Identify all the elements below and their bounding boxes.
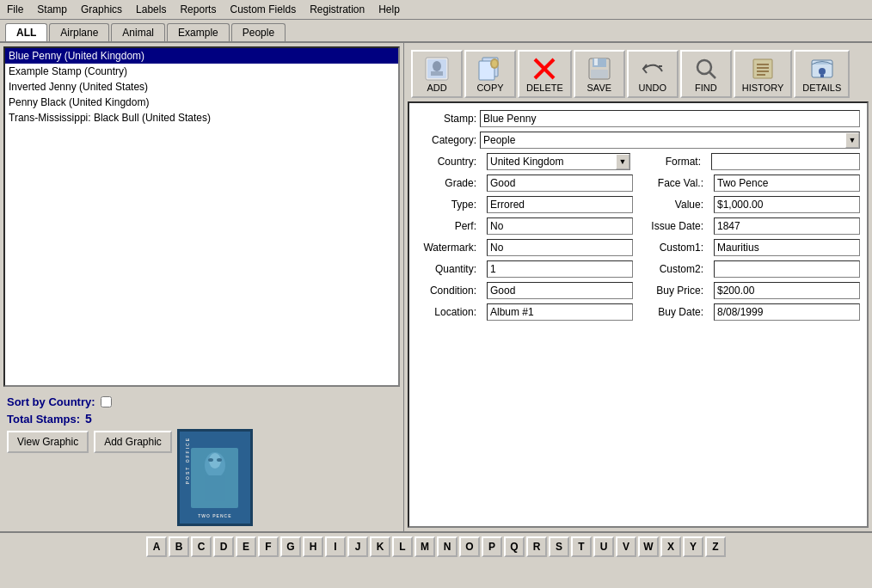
stamp-field-label: Stamp: (416, 113, 476, 125)
alpha-btn-s[interactable]: S (549, 536, 569, 557)
delete-button[interactable]: DELETE (518, 50, 572, 98)
tab-people[interactable]: People (231, 23, 286, 41)
perf-input[interactable] (487, 217, 633, 235)
grade-faceval-row: Grade: Face Val.: (416, 175, 860, 192)
menu-file[interactable]: File (3, 2, 27, 17)
alpha-btn-r[interactable]: R (526, 536, 547, 557)
alpha-btn-l[interactable]: L (392, 536, 413, 557)
menu-reports[interactable]: Reports (176, 2, 219, 17)
custom2-input[interactable] (714, 260, 860, 278)
watermark-input[interactable] (487, 239, 633, 256)
perf-label: Perf: (416, 220, 476, 232)
view-graphic-button[interactable]: View Graphic (7, 431, 89, 453)
custom1-input[interactable] (714, 239, 860, 256)
alpha-btn-k[interactable]: K (370, 536, 390, 557)
alpha-btn-a[interactable]: A (146, 536, 167, 557)
alpha-btn-w[interactable]: W (638, 536, 659, 557)
alpha-btn-t[interactable]: T (571, 536, 592, 557)
grade-input[interactable] (487, 175, 633, 192)
quantity-input[interactable] (487, 260, 633, 278)
menu-stamp[interactable]: Stamp (34, 2, 71, 17)
tab-airplane[interactable]: Airplane (49, 23, 109, 41)
alpha-btn-y[interactable]: Y (683, 536, 703, 557)
alpha-btn-j[interactable]: J (347, 536, 368, 557)
alpha-btn-b[interactable]: B (169, 536, 189, 557)
svg-rect-18 (591, 70, 608, 78)
tab-all[interactable]: ALL (5, 23, 47, 41)
alphabet-bar: ABCDEFGHIJKLMNOPQRSTUVWXYZ (0, 531, 872, 560)
details-button[interactable]: DETAILS (794, 50, 850, 98)
menu-graphics[interactable]: Graphics (77, 2, 126, 17)
list-item[interactable]: Blue Penny (United Kingdom) (5, 48, 398, 64)
menu-help[interactable]: Help (375, 2, 403, 17)
alpha-btn-c[interactable]: C (191, 536, 212, 557)
list-item[interactable]: Trans-Mississippi: Black Bull (United St… (5, 110, 398, 126)
sort-by-country-checkbox[interactable] (101, 396, 112, 407)
menu-registration[interactable]: Registration (306, 2, 368, 17)
copy-button[interactable]: COPY (464, 50, 516, 98)
alpha-btn-v[interactable]: V (616, 536, 636, 557)
right-panel: ADD COPY (404, 43, 872, 531)
alpha-btn-h[interactable]: H (303, 536, 323, 557)
undo-button[interactable]: UNDO (627, 50, 679, 98)
face-val-label: Face Val.: (643, 177, 703, 189)
add-graphic-button[interactable]: Add Graphic (94, 431, 172, 453)
alpha-btn-d[interactable]: D (213, 536, 234, 557)
alpha-btn-q[interactable]: Q (504, 536, 525, 557)
sort-by-country-label: Sort by Country: (7, 395, 95, 408)
issue-date-input[interactable] (714, 217, 860, 235)
alpha-btn-f[interactable]: F (258, 536, 279, 557)
alpha-btn-i[interactable]: I (325, 536, 346, 557)
category-value: People (481, 134, 845, 146)
alpha-btn-p[interactable]: P (482, 536, 502, 557)
condition-buyprice-row: Condition: Buy Price: (416, 282, 860, 299)
category-select[interactable]: People ▼ (480, 132, 860, 149)
type-label: Type: (416, 199, 476, 211)
value-input[interactable] (714, 196, 860, 213)
svg-point-20 (697, 60, 711, 74)
category-dropdown-arrow[interactable]: ▼ (845, 132, 859, 148)
svg-rect-8 (431, 71, 443, 76)
tab-example[interactable]: Example (167, 23, 230, 41)
format-input[interactable] (711, 153, 860, 170)
main-area: Blue Penny (United Kingdom) Example Stam… (0, 41, 872, 531)
custom1-label: Custom1: (643, 242, 703, 254)
country-select[interactable]: United Kingdom ▼ (487, 153, 630, 170)
copy-label: COPY (476, 83, 503, 93)
quantity-custom2-row: Quantity: Custom2: (416, 260, 860, 278)
svg-point-7 (433, 61, 441, 71)
alpha-btn-g[interactable]: G (280, 536, 301, 557)
type-input[interactable] (487, 196, 633, 213)
total-stamps-label: Total Stamps: (7, 413, 80, 426)
alpha-btn-n[interactable]: N (437, 536, 457, 557)
save-label: SAVE (587, 83, 612, 93)
tab-animal[interactable]: Animal (111, 23, 165, 41)
stamp-input[interactable] (480, 110, 860, 127)
save-button[interactable]: SAVE (574, 50, 625, 98)
list-item[interactable]: Example Stamp (Country) (5, 64, 398, 79)
find-button[interactable]: FIND (680, 50, 732, 98)
country-dropdown-arrow[interactable]: ▼ (616, 154, 629, 169)
location-input[interactable] (487, 303, 633, 321)
alpha-btn-o[interactable]: O (459, 536, 480, 557)
details-icon (808, 55, 836, 83)
alpha-btn-e[interactable]: E (236, 536, 256, 557)
alpha-btn-x[interactable]: X (660, 536, 681, 557)
add-button[interactable]: ADD (411, 50, 463, 98)
condition-label: Condition: (416, 285, 476, 297)
toolbar: ADD COPY (408, 46, 869, 101)
condition-input[interactable] (487, 282, 633, 299)
svg-rect-2 (205, 475, 225, 501)
menu-labels[interactable]: Labels (132, 2, 169, 17)
face-val-input[interactable] (714, 175, 860, 192)
list-item[interactable]: Inverted Jenny (United States) (5, 79, 398, 95)
buy-price-input[interactable] (714, 282, 860, 299)
alpha-btn-u[interactable]: U (593, 536, 614, 557)
history-button[interactable]: HISTORY (734, 50, 793, 98)
menu-custom-fields[interactable]: Custom Fields (226, 2, 299, 17)
buy-date-input[interactable] (714, 303, 860, 321)
list-item[interactable]: Penny Black (United Kingdom) (5, 95, 398, 110)
alpha-btn-m[interactable]: M (415, 536, 435, 557)
alpha-btn-z[interactable]: Z (705, 536, 726, 557)
stamp-list[interactable]: Blue Penny (United Kingdom) Example Stam… (3, 46, 400, 387)
